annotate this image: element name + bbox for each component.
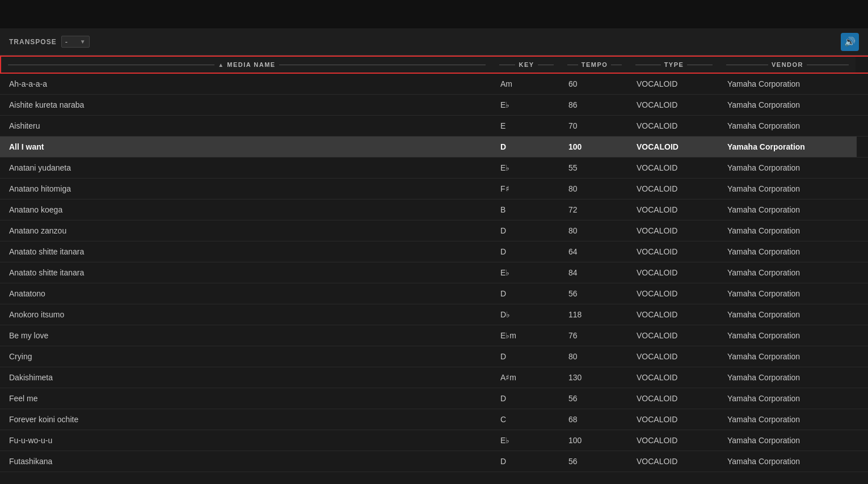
table-row[interactable]: Anatano koegaB72VOCALOIDYamaha Corporati… [0, 199, 868, 220]
cell-type: VOCALOID [630, 346, 720, 367]
cell-key: E♭ [494, 262, 562, 283]
table-row[interactable]: Feel meD56VOCALOIDYamaha Corporation [0, 388, 868, 409]
table-row[interactable]: CryingD80VOCALOIDYamaha Corporation [0, 346, 868, 367]
cell-tempo: 80 [562, 220, 630, 241]
cell-vendor: Yamaha Corporation [720, 346, 857, 367]
cell-media-name: Fu-u-wo-u-u [0, 430, 494, 451]
col-header-key[interactable]: KEY [492, 57, 561, 73]
cell-type: VOCALOID [630, 409, 720, 430]
cell-media-name: All I want [0, 137, 494, 157]
cell-key: B [494, 199, 562, 220]
col-label-key: KEY [519, 61, 534, 68]
cell-type: VOCALOID [630, 325, 720, 346]
cell-media-name: Ah-a-a-a-a [0, 74, 494, 94]
cell-media-name: Aishiteru [0, 116, 494, 136]
cell-vendor: Yamaha Corporation [720, 367, 857, 388]
cell-spacer [857, 199, 868, 220]
table-row[interactable]: Anokoro itsumoD♭118VOCALOIDYamaha Corpor… [0, 304, 868, 325]
cell-vendor: Yamaha Corporation [720, 116, 857, 136]
table-row[interactable]: DakishimetaA♯m130VOCALOIDYamaha Corporat… [0, 367, 868, 388]
cell-tempo: 70 [562, 116, 630, 136]
cell-spacer [857, 116, 868, 136]
cell-tempo: 86 [562, 95, 630, 115]
transpose-value: - [65, 37, 77, 46]
table-row[interactable]: Anatano zanzouD80VOCALOIDYamaha Corporat… [0, 220, 868, 241]
cell-tempo: 118 [562, 304, 630, 325]
cell-vendor: Yamaha Corporation [720, 95, 857, 115]
cell-tempo: 56 [562, 451, 630, 472]
cell-vendor: Yamaha Corporation [720, 325, 857, 346]
cell-tempo: 100 [562, 137, 630, 157]
cell-vendor: Yamaha Corporation [720, 74, 857, 94]
cell-spacer [857, 158, 868, 178]
transpose-dropdown[interactable]: - ▼ [61, 36, 90, 48]
table-row[interactable]: All I wantD100VOCALOIDYamaha Corporation [0, 137, 868, 158]
table-row[interactable]: Aishite kureta narabaE♭86VOCALOIDYamaha … [0, 95, 868, 116]
table-row[interactable]: Anatato shitte itanaraD64VOCALOIDYamaha … [0, 241, 868, 262]
cell-type: VOCALOID [630, 283, 720, 304]
table-row[interactable]: Anatano hitomigaF♯80VOCALOIDYamaha Corpo… [0, 179, 868, 199]
cell-key: E♭ [494, 430, 562, 451]
col-header-media-name[interactable]: ▲ MEDIA NAME [1, 57, 492, 73]
cell-media-name: Anokoro itsumo [0, 304, 494, 325]
cell-key: A♯m [494, 367, 562, 388]
cell-type: VOCALOID [630, 116, 720, 136]
cell-key: E♭ [494, 95, 562, 115]
cell-spacer [857, 220, 868, 241]
cell-media-name: Anatano zanzou [0, 220, 494, 241]
cell-tempo: 56 [562, 388, 630, 409]
cell-spacer [857, 388, 868, 409]
cell-tempo: 56 [562, 283, 630, 304]
table-row[interactable]: FutashikanaD56VOCALOIDYamaha Corporation [0, 451, 868, 472]
col-header-type[interactable]: TYPE [629, 57, 719, 73]
cell-type: VOCALOID [630, 430, 720, 451]
table-body: Ah-a-a-a-aAm60VOCALOIDYamaha Corporation… [0, 74, 868, 472]
table-row[interactable]: AnatatonoD56VOCALOIDYamaha Corporation [0, 283, 868, 304]
cell-tempo: 60 [562, 74, 630, 94]
cell-spacer [857, 262, 868, 283]
cell-type: VOCALOID [630, 179, 720, 199]
cell-tempo: 76 [562, 325, 630, 346]
cell-type: VOCALOID [630, 158, 720, 178]
cell-key: Am [494, 74, 562, 94]
cell-key: D [494, 346, 562, 367]
table-row[interactable]: Anatani yudanetaE♭55VOCALOIDYamaha Corpo… [0, 158, 868, 179]
cell-spacer [857, 74, 868, 94]
col-header-tempo[interactable]: TEMPO [561, 57, 629, 73]
cell-type: VOCALOID [630, 451, 720, 472]
table-row[interactable]: Fu-u-wo-u-uE♭100VOCALOIDYamaha Corporati… [0, 430, 868, 451]
cell-media-name: Anatato shitte itanara [0, 241, 494, 262]
speaker-button[interactable]: 🔊 [841, 33, 859, 51]
cell-vendor: Yamaha Corporation [720, 388, 857, 409]
col-header-vendor[interactable]: VENDOR [719, 57, 856, 73]
table-row[interactable]: Forever koini ochiteC68VOCALOIDYamaha Co… [0, 409, 868, 430]
table-row[interactable]: Anatato shitte itanaraE♭84VOCALOIDYamaha… [0, 262, 868, 283]
cell-key: E♭m [494, 325, 562, 346]
col-label-media-name: MEDIA NAME [227, 61, 275, 68]
cell-media-name: Be my love [0, 325, 494, 346]
cell-media-name: Anatano hitomiga [0, 179, 494, 199]
col-label-vendor: VENDOR [772, 61, 803, 68]
cell-type: VOCALOID [630, 388, 720, 409]
cell-spacer [857, 367, 868, 388]
cell-type: VOCALOID [630, 262, 720, 283]
cell-vendor: Yamaha Corporation [720, 430, 857, 451]
table-row[interactable]: AishiteruE70VOCALOIDYamaha Corporation [0, 116, 868, 137]
table-row[interactable]: Be my loveE♭m76VOCALOIDYamaha Corporatio… [0, 325, 868, 346]
cell-spacer [857, 241, 868, 262]
cell-media-name: Dakishimeta [0, 367, 494, 388]
cell-spacer [857, 346, 868, 367]
cell-key: D [494, 388, 562, 409]
cell-vendor: Yamaha Corporation [720, 304, 857, 325]
cell-type: VOCALOID [630, 304, 720, 325]
top-bar [0, 0, 868, 28]
cell-type: VOCALOID [630, 199, 720, 220]
cell-tempo: 130 [562, 367, 630, 388]
cell-vendor: Yamaha Corporation [720, 199, 857, 220]
cell-spacer [857, 95, 868, 115]
cell-tempo: 84 [562, 262, 630, 283]
cell-spacer [857, 137, 868, 157]
cell-key: F♯ [494, 179, 562, 199]
cell-key: C [494, 409, 562, 430]
table-row[interactable]: Ah-a-a-a-aAm60VOCALOIDYamaha Corporation [0, 74, 868, 95]
